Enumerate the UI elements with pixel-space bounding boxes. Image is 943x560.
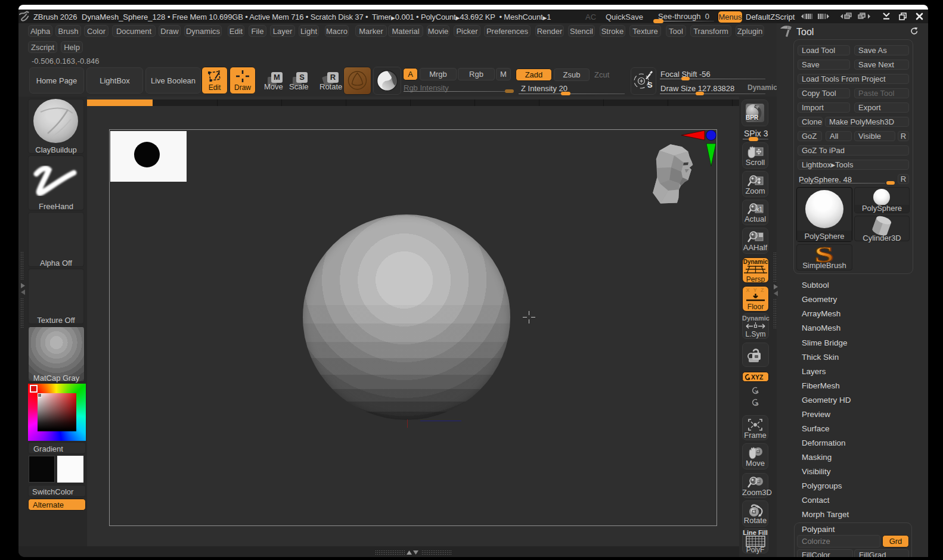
svg-text:XYZ: XYZ (751, 374, 764, 381)
svg-text:Y: Y (755, 389, 758, 395)
svg-text:S: S (647, 80, 653, 89)
svg-text:Z: Z (755, 401, 758, 407)
